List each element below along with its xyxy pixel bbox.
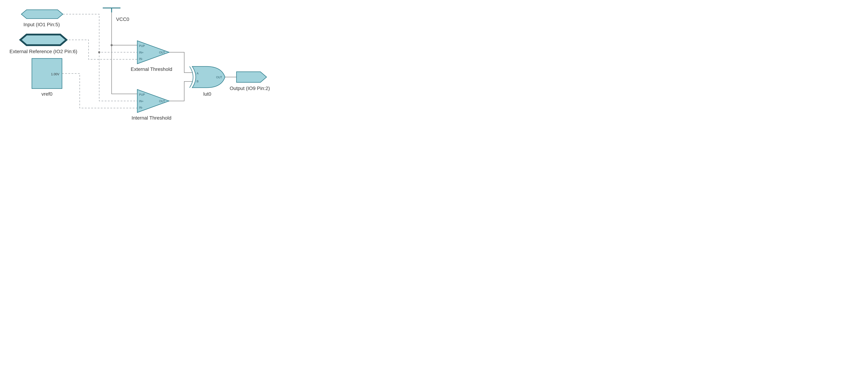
vref-block[interactable]: 1.00V [32,58,62,89]
svg-marker-3 [20,35,66,45]
vcc-label: VCC0 [116,17,129,22]
output-port[interactable] [237,72,267,82]
comparator-external-label: External Threshold [131,66,173,72]
extref-port-label: External Reference (IO2 Pin:6) [9,49,78,54]
wire-vref-to-comp2-inn [62,73,137,108]
junction-input [98,51,100,53]
comparator-internal[interactable]: PUP IN+ IN- OUT [137,89,169,113]
lut-label: lut0 [203,91,211,97]
comp2-pin-out: OUT [159,100,165,103]
lut-pin-b: B [197,80,198,83]
comp1-pin-out: OUT [159,51,165,54]
comp2-pin-inp: IN+ [139,100,144,103]
svg-marker-2 [21,10,63,19]
lut-gate[interactable]: A B OUT [190,66,225,88]
vcc-symbol [103,8,120,12]
input-port[interactable] [21,10,63,19]
comparator-internal-label: Internal Threshold [131,115,171,120]
lut-pin-a: A [197,72,198,75]
input-port-label: Input (IO1 Pin:5) [23,22,60,27]
svg-marker-7 [237,72,267,82]
comp1-pin-inp: IN+ [139,51,144,54]
wire-comp2-to-lut-b [167,82,192,101]
comp1-pin-pup: PUP [139,44,145,48]
vref-value: 1.00V [51,72,59,76]
output-port-label: Output (IO9 Pin:2) [229,86,270,91]
extref-port[interactable] [20,35,66,45]
vref-label: vref0 [41,91,53,97]
circuit-diagram: Input (IO1 Pin:5) External Reference (IO… [0,0,278,120]
comparator-external[interactable]: PUP IN+ IN- OUT [137,41,169,64]
lut-pin-out: OUT [216,76,222,79]
comp1-pin-inn: IN- [139,57,143,60]
junction-vcc [111,44,113,46]
comp2-pin-inn: IN- [139,106,143,109]
comp2-pin-pup: PUP [139,93,145,96]
